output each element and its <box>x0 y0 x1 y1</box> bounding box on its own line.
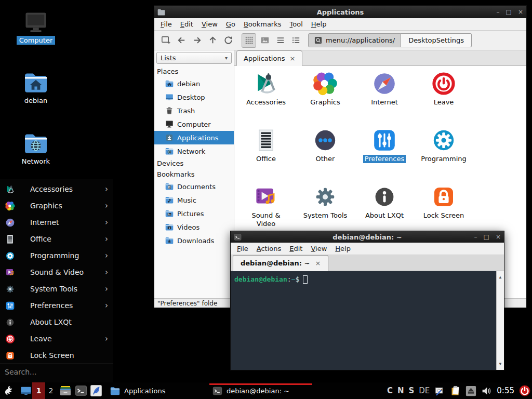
menu-help[interactable]: Help <box>307 19 331 30</box>
sidebar-mode-select[interactable]: Lists ▾ <box>156 52 232 64</box>
sidebar-item-label: Computer <box>177 121 211 128</box>
task-label: debian@debian: ~ <box>227 387 289 395</box>
app-item-accessories[interactable]: Accessories <box>236 71 296 128</box>
menu-item-system-tools[interactable]: System Tools › <box>0 281 113 297</box>
tab-applications[interactable]: Applications × <box>236 50 302 66</box>
desktop-icon-debian[interactable]: debian <box>12 71 60 105</box>
menu-item-programming[interactable]: Programming › <box>0 247 113 264</box>
menu-item-lock-screen[interactable]: Lock Screen <box>0 347 113 364</box>
workspace-2-button[interactable]: 2 <box>45 382 57 399</box>
power-button[interactable] <box>519 385 530 396</box>
show-desktop-button[interactable] <box>20 385 32 396</box>
menu-tool[interactable]: Tool <box>286 19 307 30</box>
menu-view[interactable]: View <box>307 243 331 254</box>
tab-close-icon[interactable]: × <box>315 259 321 267</box>
sidebar-item-downloads[interactable]: Downloads <box>154 234 234 247</box>
sidebar-item-network[interactable]: Network <box>154 144 234 158</box>
clock[interactable]: 0:55 <box>497 386 514 395</box>
detailed-view-button[interactable] <box>288 33 303 48</box>
task-button-terminal[interactable]: debian@debian: ~ <box>209 382 312 399</box>
menu-edit[interactable]: Edit <box>176 19 197 30</box>
new-tab-icon <box>161 35 171 46</box>
icon-view-button[interactable] <box>242 33 256 48</box>
menu-edit[interactable]: Edit <box>285 243 307 254</box>
maximize-button[interactable]: □ <box>484 231 489 243</box>
app-item-programming[interactable]: Programming <box>414 128 473 184</box>
menu-item-about-lxqt[interactable]: About LXQt <box>0 314 113 330</box>
volume-tray-icon[interactable] <box>481 385 492 396</box>
sidebar-item-computer[interactable]: Computer <box>154 117 234 131</box>
close-button[interactable]: × <box>496 231 501 243</box>
app-item-office[interactable]: Office <box>236 128 296 184</box>
compact-view-button[interactable] <box>273 33 287 48</box>
compact-view-icon <box>275 35 286 46</box>
menu-help[interactable]: Help <box>331 243 355 254</box>
scroll-up-icon[interactable]: ▲ <box>499 271 502 283</box>
close-button[interactable]: × <box>518 6 523 18</box>
menu-actions[interactable]: Actions <box>252 243 286 254</box>
quicklaunch-file-manager-button[interactable] <box>59 384 72 397</box>
keyboard-layout-indicator[interactable]: DE <box>419 386 430 395</box>
sidebar-item-pictures[interactable]: Pictures <box>154 207 234 220</box>
screenshot-tray-icon[interactable] <box>434 385 445 396</box>
menu-item-internet[interactable]: Internet › <box>0 214 113 231</box>
menu-file[interactable]: File <box>233 243 252 254</box>
fm-toolbar: menu://applications/ DesktopSettings <box>154 31 526 50</box>
reload-button[interactable] <box>221 33 235 48</box>
menu-item-preferences[interactable]: Preferences › <box>0 297 113 314</box>
fm-titlebar[interactable]: Applications – □ × <box>154 6 526 18</box>
sidebar-item-music[interactable]: Music <box>154 193 234 207</box>
up-button[interactable] <box>205 33 220 48</box>
back-button[interactable] <box>174 33 189 48</box>
quicklaunch-terminal-button[interactable] <box>75 384 87 397</box>
menu-bookmarks[interactable]: Bookmarks <box>240 19 286 30</box>
new-tab-button[interactable] <box>158 33 173 48</box>
terminal-scrollbar[interactable]: ▲ ▼ <box>496 271 504 370</box>
app-item-graphics[interactable]: Graphics <box>296 71 355 128</box>
detailed-view-icon <box>290 35 301 46</box>
quicklaunch-featherpad-button[interactable] <box>90 384 102 397</box>
tab-close-icon[interactable]: × <box>289 55 295 62</box>
minimize-button[interactable]: – <box>474 231 477 243</box>
desktop-icon-network[interactable]: Network <box>12 131 60 166</box>
menu-item-accessories[interactable]: Accessories › <box>0 181 113 197</box>
up-arrow-icon <box>207 35 218 46</box>
thumbnail-view-button[interactable] <box>257 33 272 48</box>
folder-icon <box>110 386 120 396</box>
sidebar-item-videos[interactable]: Videos <box>154 220 234 234</box>
lxqt-menu-button[interactable] <box>4 385 15 396</box>
menu-file[interactable]: File <box>156 19 176 30</box>
maximize-button[interactable]: □ <box>506 6 512 18</box>
prompt-symbol: $ <box>295 275 299 283</box>
sidebar-item-documents[interactable]: Documents <box>154 180 234 193</box>
sidebar-item-applications[interactable]: Applications <box>154 131 234 144</box>
forward-button[interactable] <box>190 33 204 48</box>
search-input[interactable] <box>5 368 109 376</box>
menu-item-office[interactable]: Office › <box>0 231 113 247</box>
sidebar-item-desktop[interactable]: Desktop <box>154 90 234 104</box>
terminal-content[interactable]: debian@debian:~$ ▲ ▼ <box>231 271 504 370</box>
app-item-label: Preferences <box>363 155 406 163</box>
task-button-applications[interactable]: Applications <box>107 382 168 399</box>
path-crumb-desktopsettings[interactable]: DesktopSettings <box>401 33 472 47</box>
menu-go[interactable]: Go <box>222 19 240 30</box>
app-item-preferences[interactable]: Preferences <box>355 128 414 184</box>
terminal-titlebar[interactable]: debian@debian: ~ – □ × <box>231 231 504 243</box>
path-location-crumb[interactable]: menu://applications/ <box>308 33 401 47</box>
app-item-internet[interactable]: Internet <box>355 71 414 128</box>
app-item-other[interactable]: Other <box>296 128 355 184</box>
workspace-1-button[interactable]: 1 <box>32 382 45 399</box>
menu-item-graphics[interactable]: Graphics › <box>0 197 113 214</box>
sidebar-item-debian[interactable]: debian <box>154 77 234 90</box>
menu-view[interactable]: View <box>197 19 222 30</box>
sidebar-item-trash[interactable]: Trash <box>154 104 234 117</box>
app-item-leave[interactable]: Leave <box>414 71 473 128</box>
eject-tray-icon[interactable] <box>466 385 476 396</box>
menu-item-sound-video[interactable]: Sound & Video › <box>0 264 113 281</box>
minimize-button[interactable]: – <box>497 6 500 18</box>
menu-item-leave[interactable]: Leave › <box>0 330 113 347</box>
desktop-icon-computer[interactable]: Computer <box>12 10 60 45</box>
clipboard-tray-icon[interactable] <box>450 385 461 396</box>
scroll-down-icon[interactable]: ▼ <box>499 358 502 370</box>
terminal-tab[interactable]: debian@debian: ~ × <box>233 255 328 271</box>
